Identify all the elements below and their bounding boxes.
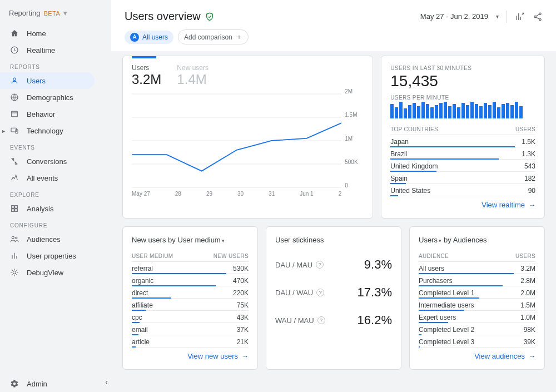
stickiness-value: 17.3% bbox=[358, 285, 392, 300]
chart-edit-icon[interactable] bbox=[515, 12, 525, 22]
row-value: 1.3K bbox=[522, 150, 535, 158]
table-row[interactable]: Expert users1.0M bbox=[419, 311, 535, 322]
help-icon[interactable]: ? bbox=[316, 261, 324, 269]
row-value: 1.0M bbox=[520, 314, 535, 321]
sidebar-item-label: Conversions bbox=[27, 157, 67, 166]
sidebar-item-user-properties[interactable]: User properties bbox=[0, 247, 95, 264]
x-tick: 2 bbox=[339, 191, 342, 197]
metric-users[interactable]: Users 3.2M bbox=[132, 64, 161, 87]
table-row[interactable]: Purchasers2.8M bbox=[419, 274, 535, 285]
sidebar-item-label: Realtime bbox=[27, 46, 55, 54]
all-users-pill[interactable]: A All users bbox=[125, 31, 173, 44]
add-comparison-button[interactable]: Add comparison ＋ bbox=[178, 29, 249, 44]
metric-new-users[interactable]: New users 1.4M bbox=[177, 64, 209, 87]
row-name: Expert users bbox=[419, 314, 456, 321]
table-row[interactable]: Intermediate users1.5M bbox=[419, 299, 535, 310]
table-row[interactable]: Japan1.5K bbox=[390, 135, 535, 146]
table-row[interactable]: Completed Level 298K bbox=[419, 323, 535, 334]
x-tick: 30 bbox=[237, 191, 244, 197]
users-icon bbox=[10, 76, 19, 85]
arrow-right-icon: → bbox=[528, 352, 535, 360]
beta-badge: BETA bbox=[43, 10, 60, 17]
sidebar-item-analysis[interactable]: Analysis bbox=[0, 200, 95, 217]
x-tick: 31 bbox=[269, 191, 275, 197]
sidebar-item-label: Home bbox=[27, 29, 46, 38]
share-icon[interactable] bbox=[533, 12, 543, 22]
row-value: 182 bbox=[524, 175, 535, 182]
table-row[interactable]: cpc43K bbox=[132, 311, 249, 322]
table-row[interactable]: Completed Level 12.0M bbox=[419, 286, 535, 297]
help-icon[interactable]: ? bbox=[317, 316, 325, 324]
card-title[interactable]: Users by Audiences bbox=[419, 236, 535, 244]
row-name: direct bbox=[132, 289, 148, 297]
sidebar-item-home[interactable]: Home bbox=[0, 25, 95, 42]
stickiness-row: WAU / MAU?16.2% bbox=[275, 306, 392, 334]
audience-letter-icon: A bbox=[130, 33, 139, 42]
table-row[interactable]: organic470K bbox=[132, 274, 249, 285]
sidebar-item-realtime[interactable]: Realtime bbox=[0, 42, 95, 58]
x-tick: 29 bbox=[206, 191, 212, 197]
events-group-label: EVENTS bbox=[0, 139, 111, 153]
row-name: Intermediate users bbox=[419, 301, 474, 309]
table-row[interactable]: Spain182 bbox=[390, 172, 535, 183]
help-icon[interactable]: ? bbox=[316, 289, 324, 296]
sidebar-item-conversions[interactable]: Conversions bbox=[0, 153, 95, 170]
stickiness-row: DAU / MAU?9.3% bbox=[275, 251, 392, 279]
svg-point-13 bbox=[13, 271, 16, 274]
svg-rect-3 bbox=[12, 111, 18, 116]
view-audiences-link[interactable]: View audiences → bbox=[419, 352, 535, 360]
user-stickiness-card: User stickiness DAU / MAU?9.3%DAU / WAU?… bbox=[266, 226, 401, 370]
y-tick: 1M bbox=[345, 136, 364, 142]
sidebar-item-users[interactable]: Users bbox=[0, 72, 95, 89]
table-row[interactable]: article21K bbox=[132, 335, 249, 346]
view-realtime-link[interactable]: View realtime → bbox=[390, 201, 535, 209]
row-value: 2.8M bbox=[520, 277, 535, 285]
table-row[interactable]: United Kingdom543 bbox=[390, 160, 535, 171]
realtime-icon bbox=[10, 46, 19, 54]
y-tick: 1.5M bbox=[345, 112, 364, 118]
table-row[interactable]: referral530K bbox=[132, 262, 249, 273]
row-value: 43K bbox=[237, 314, 249, 321]
sidebar-item-all-events[interactable]: All events bbox=[0, 170, 95, 186]
sidebar-item-audiences[interactable]: Audiences bbox=[0, 231, 95, 247]
stickiness-row: DAU / WAU?17.3% bbox=[275, 279, 392, 306]
sidebar-item-label: User properties bbox=[27, 252, 76, 260]
sidebar: Reporting BETA ▾ HomeRealtime REPORTS Us… bbox=[0, 0, 111, 392]
row-name: Completed Level 3 bbox=[419, 338, 474, 346]
table-row[interactable]: email37K bbox=[132, 323, 249, 334]
sidebar-item-technology[interactable]: ▸Technology bbox=[0, 122, 95, 139]
sidebar-item-label: Audiences bbox=[27, 235, 61, 244]
divider bbox=[507, 11, 507, 23]
sidebar-item-demographics[interactable]: Demographics bbox=[0, 89, 95, 106]
svg-rect-10 bbox=[15, 209, 18, 212]
table-row[interactable]: United States90 bbox=[390, 184, 535, 195]
demographics-icon bbox=[10, 93, 19, 102]
table-row[interactable]: All users3.2M bbox=[419, 262, 535, 273]
table-row[interactable]: Completed Level 339K bbox=[419, 335, 535, 346]
sidebar-header[interactable]: Reporting BETA ▾ bbox=[0, 6, 111, 25]
chevron-right-icon: ▸ bbox=[2, 128, 5, 134]
analysis-icon bbox=[10, 204, 19, 213]
row-value: 90 bbox=[528, 187, 535, 195]
sidebar-item-admin[interactable]: Admin bbox=[0, 375, 95, 392]
row-name: organic bbox=[132, 277, 153, 285]
table-row[interactable]: affiliate75K bbox=[132, 299, 249, 310]
view-new-users-link[interactable]: View new users → bbox=[132, 352, 249, 360]
row-name: cpc bbox=[132, 314, 142, 321]
sidebar-item-debugview[interactable]: DebugView bbox=[0, 264, 95, 281]
table-row[interactable]: direct220K bbox=[132, 286, 249, 297]
row-value: 470K bbox=[233, 277, 249, 285]
card-title[interactable]: New users by User medium bbox=[132, 236, 249, 244]
conversions-icon bbox=[10, 157, 19, 166]
table-row[interactable]: Brazil1.3K bbox=[390, 147, 535, 158]
row-value: 75K bbox=[237, 301, 249, 309]
reporting-label: Reporting bbox=[9, 9, 40, 17]
row-value: 21K bbox=[237, 338, 249, 346]
collapse-sidebar-button[interactable]: ‹ bbox=[105, 378, 108, 386]
sidebar-item-behavior[interactable]: Behavior bbox=[0, 106, 95, 122]
realtime-30min-value: 15,435 bbox=[390, 72, 535, 90]
date-range-picker[interactable]: May 27 - Jun 2, 2019 bbox=[420, 12, 488, 21]
row-name: United States bbox=[390, 187, 430, 195]
stickiness-value: 9.3% bbox=[364, 257, 392, 272]
col-new-users: NEW USERS bbox=[214, 253, 249, 259]
